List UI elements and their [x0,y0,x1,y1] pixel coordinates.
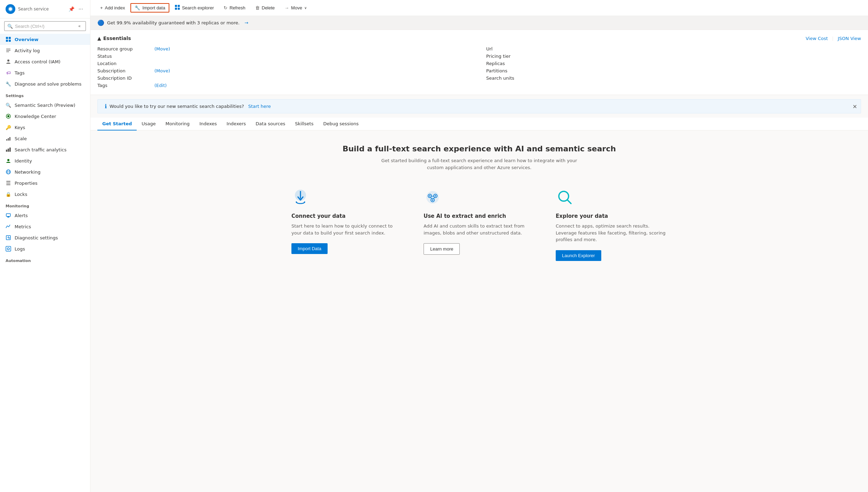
settings-section-label: Settings [0,89,90,100]
move-button[interactable]: → Move ∨ [280,3,311,13]
tabs-container: Get Started Usage Monitoring Indexes Ind… [90,118,868,130]
nav-semantic-search[interactable]: 🔍 Semantic Search (Preview) [0,100,90,111]
monitoring-section-label: Monitoring [0,200,90,210]
availability-banner: 🔵 Get 99.9% availability guaranteed with… [90,16,868,30]
app-logo [6,4,15,14]
nav-tags[interactable]: 🏷 Tags [0,67,90,78]
search-input[interactable] [15,24,74,29]
add-icon: + [100,5,103,10]
svg-rect-30 [175,5,177,7]
json-view-link[interactable]: JSON View [838,36,861,41]
overview-icon [6,37,11,42]
svg-rect-2 [6,37,8,39]
nav-diagnostic[interactable]: Diagnostic settings [0,232,90,243]
semantic-banner-close[interactable]: ✕ [853,103,857,110]
collapse-sidebar-button[interactable]: « [76,23,83,29]
svg-rect-7 [6,50,10,51]
connect-data-desc: Start here to learn how to quickly conne… [291,223,403,236]
import-data-button[interactable]: 🔧 Import data [130,3,169,13]
svg-rect-13 [8,138,9,141]
semantic-start-link[interactable]: Start here [248,104,271,109]
essentials-subscription-id: Subscription ID [97,74,472,82]
cards-container: Connect your data Start here to learn ho… [97,188,861,261]
partitions-label: Partitions [486,68,542,73]
nav-alerts[interactable]: Alerts [0,210,90,221]
toolbar: + Add index 🔧 Import data Search explore… [90,0,868,16]
nav-locks[interactable]: 🔒 Locks [0,189,90,200]
location-label: Location [97,61,153,66]
resource-group-move-link[interactable]: (Move) [154,46,170,51]
svg-point-46 [432,199,433,201]
nav-networking-label: Networking [15,169,40,175]
tags-icon: 🏷 [6,70,11,76]
pin-icon[interactable]: 📌 [67,6,76,13]
learn-more-button[interactable]: Learn more [424,243,460,255]
refresh-icon: ↻ [224,5,227,10]
svg-point-1 [9,8,12,11]
tab-get-started[interactable]: Get Started [97,118,137,130]
essentials-pricing-tier: Pricing tier [486,53,861,60]
essentials-title-text: Essentials [103,35,131,41]
nav-iam-label: Access control (IAM) [15,59,61,64]
tab-debug-sessions[interactable]: Debug sessions [318,118,363,130]
tab-skillsets[interactable]: Skillsets [290,118,318,130]
nav-properties[interactable]: Properties [0,177,90,189]
tab-indexers[interactable]: Indexers [222,118,251,130]
tags-edit-link[interactable]: (Edit) [154,83,167,88]
svg-rect-17 [9,148,11,152]
view-cost-link[interactable]: View Cost [806,36,828,41]
nav-search-traffic[interactable]: Search traffic analytics [0,144,90,155]
tab-usage[interactable]: Usage [137,118,161,130]
essentials-partitions: Partitions [486,67,861,74]
status-label: Status [97,54,153,59]
nav-access-control[interactable]: Access control (IAM) [0,56,90,67]
networking-icon [6,169,11,175]
nav-properties-label: Properties [15,181,38,186]
move-dropdown-icon: ∨ [304,6,307,10]
tab-indexes[interactable]: Indexes [194,118,222,130]
svg-rect-6 [6,49,10,49]
refresh-button[interactable]: ↻ Refresh [219,3,250,13]
tab-data-sources[interactable]: Data sources [251,118,290,130]
nav-identity[interactable]: Identity [0,155,90,166]
nav-scale[interactable]: Scale [0,133,90,144]
info-icon: ℹ [105,103,107,110]
delete-button[interactable]: 🗑 Delete [251,3,279,13]
nav-keys[interactable]: 🔑 Keys [0,122,90,133]
launch-explorer-button[interactable]: Launch Explorer [556,250,601,261]
nav-overview[interactable]: Overview [0,34,90,45]
tab-monitoring[interactable]: Monitoring [161,118,195,130]
import-data-label: Import data [142,5,165,10]
import-data-card-button[interactable]: Import Data [291,243,328,254]
automation-section-label: Automation [0,254,90,264]
svg-rect-12 [6,139,7,141]
subscription-move-link[interactable]: (Move) [154,68,170,73]
add-index-button[interactable]: + Add index [96,3,129,13]
nav-networking[interactable]: Networking [0,166,90,177]
ai-extract-card: Use AI to extract and enrich Add AI and … [424,188,535,261]
essentials-section: ▲ Essentials View Cost | JSON View Resou… [90,30,868,95]
svg-rect-28 [6,246,11,251]
more-icon[interactable]: ··· [77,6,85,13]
search-icon: 🔍 [7,24,13,29]
properties-icon [6,180,11,186]
essentials-location: Location [97,60,472,67]
nav-diagnose[interactable]: 🔧 Diagnose and solve problems [0,78,90,89]
nav-knowledge-center[interactable]: Knowledge Center [0,111,90,122]
nav-logs[interactable]: Logs [0,243,90,254]
semantic-banner: ℹ Would you like to try our new semantic… [97,99,861,113]
nav-activity-log[interactable]: Activity log [0,45,90,56]
nav-knowledge-center-label: Knowledge Center [15,114,56,119]
banner-icon: 🔵 [97,19,104,26]
essentials-title-container[interactable]: ▲ Essentials [97,35,131,41]
svg-point-9 [7,59,9,62]
alerts-icon [6,213,11,218]
resource-group-label: Resource group [97,46,153,51]
search-units-label: Search units [486,76,542,81]
search-explorer-button[interactable]: Search explorer [171,3,218,13]
nav-metrics[interactable]: Metrics [0,221,90,232]
banner-link[interactable]: → [244,20,248,25]
connect-data-icon [291,188,403,207]
svg-rect-23 [6,183,10,183]
svg-point-11 [7,115,9,117]
